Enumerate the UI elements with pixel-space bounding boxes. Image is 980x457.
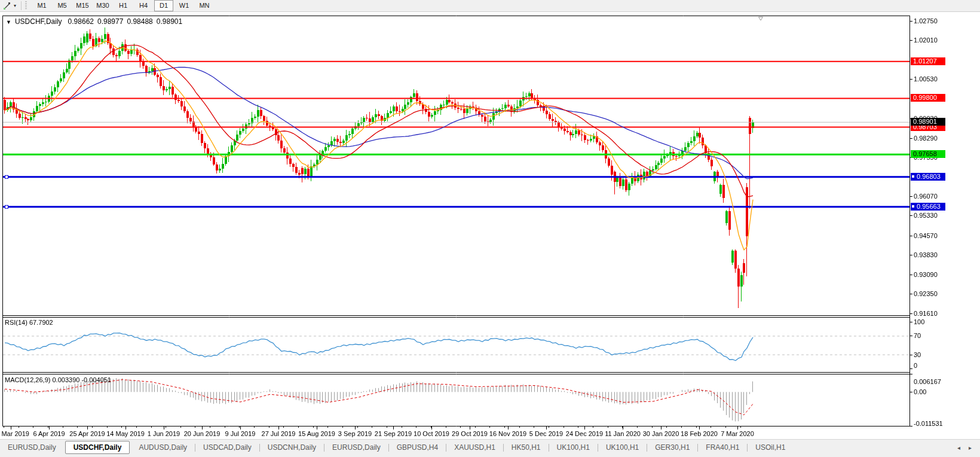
ohlc-close: 0.98901 (157, 17, 182, 26)
chart-tab-audusd-daily-2[interactable]: AUDUSD,Daily (131, 441, 195, 454)
macd-signal-value: -0.004051 (81, 376, 111, 383)
rsi-label: RSI(14) 67.7902 (5, 319, 53, 326)
ohlc-low: 0.98488 (127, 17, 152, 26)
price-axis-tick: 1.02010 (914, 36, 973, 44)
toolbar: ▾ M1M5M15M30H1H4D1W1MN (0, 0, 980, 12)
price-axis-tick: 0.96070 (914, 193, 973, 200)
timeframe-button-m15[interactable]: M15 (73, 0, 92, 11)
chart-tab-eurusd-daily-0[interactable]: EURUSD,Daily (0, 441, 64, 454)
rsi-axis-tick: 30 (914, 351, 973, 358)
timeframe-button-h4[interactable]: H4 (134, 0, 153, 11)
price-axis-tick: 0.91610 (914, 310, 973, 317)
chart-tab-gbpusd-h4-6[interactable]: GBPUSD,H4 (389, 441, 446, 454)
current-price-chip: 0.98901 (911, 118, 945, 126)
toolbar-grip[interactable] (25, 1, 27, 10)
date-axis-label: 7 Mar 2020 (713, 430, 761, 437)
line-handle-icon[interactable] (911, 205, 915, 208)
price-axis-tick: 0.98290 (914, 135, 973, 142)
ohlc-high: 0.98977 (97, 17, 123, 26)
symbol-tabbar: EURUSD,DailyUSDCHF,DailyAUDUSD,DailyUSDC… (0, 439, 980, 455)
chart-tab-usdcnh-daily-4[interactable]: USDCNH,Daily (260, 441, 324, 454)
macd-label: MACD(12,26,9) 0.003390 -0.004051 (5, 376, 111, 383)
rsi-title: RSI(14) (5, 319, 27, 326)
chart-tab-eurusd-daily-5[interactable]: EURUSD,Daily (324, 441, 388, 454)
rsi-axis-tick: 70 (914, 332, 973, 339)
price-axis-tick: 0.92350 (914, 290, 973, 297)
macd-main-value: 0.003390 (52, 376, 79, 383)
chart-tab-usdcad-daily-3[interactable]: USDCAD,Daily (195, 441, 259, 454)
price-axis-tick: 0.95330 (914, 212, 973, 219)
timeframe-buttons: M1M5M15M30H1H4D1W1MN (32, 0, 215, 11)
price-axis-tick: 0.93830 (914, 251, 973, 258)
status-bar (0, 455, 980, 457)
chart-tab-usdchf-daily-1[interactable]: USDCHF,Daily (65, 441, 130, 454)
tabbar-scroll-right-icon[interactable]: ▸ (969, 444, 972, 451)
macd-axis-tick: -0.011531 (914, 420, 973, 427)
tabbar-scroll-left-icon[interactable]: ◂ (957, 444, 960, 451)
support-price-chip[interactable]: 0.95663 (911, 203, 945, 211)
chart-tab-uk100-h1-9[interactable]: UK100,H1 (549, 441, 598, 454)
ohlc-open: 0.98662 (68, 17, 94, 26)
symbol-title: USDCHF,Daily (15, 17, 62, 26)
timeframe-button-m1[interactable]: M1 (32, 0, 51, 11)
price-axis-tick: 1.02750 (914, 17, 973, 25)
price-axis-tick: 0.93090 (914, 271, 973, 278)
chart-header: ▼USDCHF,Daily0.986620.989770.984880.9890… (6, 17, 186, 26)
timeframe-button-h1[interactable]: H1 (114, 0, 133, 11)
chart-tab-hk50-h1-8[interactable]: HK50,H1 (504, 441, 549, 454)
timeframe-button-d1[interactable]: D1 (154, 0, 173, 11)
rsi-value: 67.7902 (29, 319, 53, 326)
timeframe-button-w1[interactable]: W1 (174, 0, 194, 11)
mt4-window: ▾ M1M5M15M30H1H4D1W1MN ▼USDCHF,Daily0.98… (0, 0, 980, 457)
support-price-chip[interactable]: 0.97658 (911, 150, 945, 158)
macd-title: MACD(12,26,9) (5, 376, 50, 383)
chart-canvas[interactable] (0, 0, 980, 457)
rsi-axis-tick: 100 (914, 318, 973, 325)
timeframe-button-mn[interactable]: MN (195, 0, 214, 11)
chart-tab-uk100-h1-10[interactable]: UK100,H1 (598, 441, 647, 454)
timeframe-button-m5[interactable]: M5 (53, 0, 72, 11)
chart-tab-fra40-h1-12[interactable]: FRA40,H1 (698, 441, 747, 454)
chart-tab-ger30-h1-11[interactable]: GER30,H1 (647, 441, 697, 454)
chart-tab-xauusd-h1-7[interactable]: XAUUSD,H1 (446, 441, 503, 454)
price-axis-tick: 1.00530 (914, 75, 973, 83)
cursor-tool-dropdown-icon[interactable]: ▾ (14, 3, 16, 8)
toolbar-separator (21, 1, 22, 10)
support-price-chip[interactable]: 0.96803 (911, 173, 945, 181)
symbol-dropdown-icon[interactable]: ▼ (6, 19, 11, 25)
chart-tab-usoil-h1-13[interactable]: USOil,H1 (748, 441, 793, 454)
macd-axis-tick: 0.006167 (914, 378, 973, 385)
line-handle-icon[interactable] (911, 175, 915, 178)
resistance-price-chip[interactable]: 0.99800 (911, 94, 945, 102)
cursor-tool-icon[interactable] (1, 1, 13, 11)
price-axis-tick: 0.94570 (914, 232, 973, 239)
rsi-axis-tick: 0 (914, 362, 973, 369)
resistance-price-chip[interactable]: 1.01207 (911, 57, 945, 65)
macd-axis-tick: 0.00 (914, 388, 973, 395)
timeframe-button-m30[interactable]: M30 (93, 0, 112, 11)
